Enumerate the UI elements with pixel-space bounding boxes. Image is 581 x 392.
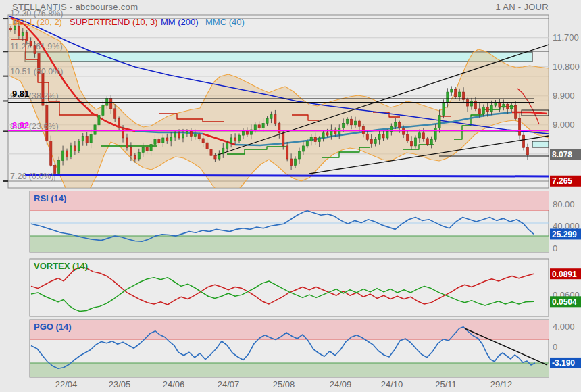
- legend-item[interactable]: SUPERTREND (10, 3): [70, 17, 158, 27]
- date-label: 23/05: [109, 379, 131, 389]
- pgo-axis-label: 4.000: [553, 322, 575, 332]
- legend: BOLL (20, 2)SUPERTREND (10, 3)MM (200)MM…: [12, 17, 245, 27]
- price-level-label: 9.81: [12, 89, 29, 99]
- chart-page: STELLANTIS - abcbourse.com 1 AN - JOUR 1…: [0, 0, 581, 392]
- date-label: 24/10: [381, 379, 403, 389]
- date-label: 25/08: [273, 379, 295, 389]
- vortex-label: VORTEX (14): [34, 261, 88, 271]
- svg-text:0.0891: 0.0891: [552, 270, 577, 279]
- svg-text:7.265: 7.265: [552, 176, 572, 186]
- price-axis-label: 10.800: [553, 62, 580, 72]
- rsi-label: RSI (14): [34, 193, 66, 203]
- date-label: 24/09: [330, 379, 352, 389]
- price-axis-label: 11.700: [553, 32, 579, 43]
- svg-text:25.299: 25.299: [552, 230, 577, 239]
- svg-text:8.078: 8.078: [552, 150, 572, 160]
- x-axis: 22/0423/0524/0624/0725/0824/0924/1025/11…: [55, 379, 513, 389]
- pgo-panel: 4.0000PGO (14)-3.190: [30, 320, 581, 377]
- legend-item[interactable]: BOLL (20, 2): [12, 17, 62, 27]
- price-axis-label: 9.900: [553, 91, 575, 101]
- fib-label: 11.27 (61.9%): [10, 42, 63, 51]
- rsi-panel: 80.0040.0000RSI (14)25.299: [30, 191, 581, 253]
- legend-item[interactable]: MMC (40): [205, 17, 245, 27]
- date-label: 25/11: [435, 379, 457, 389]
- fib-label: 10.51 (50.0%): [10, 67, 64, 76]
- date-label: 24/06: [163, 379, 185, 389]
- rsi-axis-label: 80.00: [553, 199, 575, 210]
- svg-text:0.0504: 0.0504: [552, 297, 577, 307]
- vortex-panel: 0.0600VORTEX (14)0.08910.0504: [30, 259, 581, 316]
- date-label: 29/12: [490, 379, 513, 389]
- pgo-label: PGO (14): [34, 322, 72, 332]
- fib-label: 7.26 (0.0%): [10, 172, 54, 181]
- pgo-axis-label: 0: [553, 342, 557, 352]
- date-label: 22/04: [55, 379, 78, 389]
- price-axis-label: 9.000: [553, 120, 575, 130]
- legend-item[interactable]: MM (200): [161, 17, 199, 27]
- svg-text:-3.190: -3.190: [552, 358, 575, 368]
- date-label: 24/07: [218, 379, 240, 389]
- chart-canvas: 11.70010.8009.9009.0008.10012.30 (76.8%)…: [0, 0, 581, 392]
- highlight-zone: [25, 52, 532, 62]
- highlight-zone: [532, 141, 549, 147]
- price-level-label: 8.92: [12, 120, 29, 130]
- rsi-axis-label: 0: [553, 243, 557, 253]
- main-price-panel: 11.70010.8009.9009.0008.10012.30 (76.8%)…: [3, 9, 581, 200]
- vortex-plot-area[interactable]: [30, 259, 549, 316]
